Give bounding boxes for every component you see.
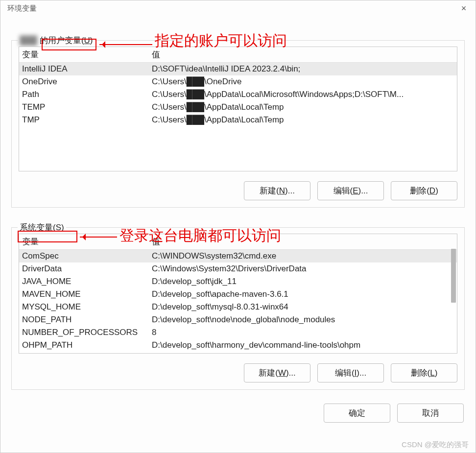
val-cell: D:\develop_soft\apache-maven-3.6.1 [149,288,457,301]
table-row[interactable]: PathC:\Users\███\AppData\Local\Microsoft… [19,88,457,101]
dialog-buttons: 确定 取消 [11,404,465,423]
val-cell: D:\develop_soft\harmony_dev\command-line… [149,339,457,352]
sys-edit-button[interactable]: 编辑(I)... [317,363,384,382]
user-vars-table-wrap: 变量 值 IntelliJ IDEAD:\SOFT\idea\IntelliJ … [19,47,457,171]
val-cell: C:\Windows\System32\Drivers\DriverData [149,262,457,275]
table-row[interactable]: JAVA_HOMED:\develop_soft\jdk_11 [19,275,457,288]
user-col-var[interactable]: 变量 [19,47,149,63]
user-vars-group: ███ 的用户变量(U) 变量 值 IntelliJ IDEAD:\SOFT\i… [11,40,465,208]
close-icon[interactable]: × [457,3,471,14]
table-row[interactable]: MAVEN_HOMED:\develop_soft\apache-maven-3… [19,288,457,301]
window-title: 环境变量 [7,4,37,13]
var-cell: DriverData [19,262,149,275]
sys-col-var[interactable]: 变量 [19,234,149,250]
user-vars-buttons: 新建(N)... 编辑(E)... 删除(D) [19,181,457,200]
var-cell: OneDrive [19,75,149,88]
table-row[interactable]: TMPC:\Users\███\AppData\Local\Temp [19,114,457,126]
user-vars-table[interactable]: 变量 值 IntelliJ IDEAD:\SOFT\idea\IntelliJ … [19,47,457,126]
table-row[interactable]: IntelliJ IDEAD:\SOFT\idea\IntelliJ IDEA … [19,63,457,76]
table-row[interactable]: TEMPC:\Users\███\AppData\Local\Temp [19,101,457,114]
table-row[interactable]: NUMBER_OF_PROCESSORS8 [19,326,457,339]
env-vars-dialog: 环境变量 × ███ 的用户变量(U) 变量 值 IntelliJ IDEAD:… [0,0,476,453]
table-row[interactable]: MYSQL_HOMED:\develop_soft\mysql-8.0.31-w… [19,301,457,313]
var-cell: IntelliJ IDEA [19,63,149,76]
content-area: ███ 的用户变量(U) 变量 值 IntelliJ IDEAD:\SOFT\i… [0,16,476,429]
sys-col-val[interactable]: 值 [149,234,457,250]
sys-delete-button[interactable]: 删除(L) [391,363,457,382]
var-cell: NUMBER_OF_PROCESSORS [19,326,149,339]
var-cell: OHPM_PATH [19,339,149,352]
var-cell: MYSQL_HOME [19,301,149,313]
user-vars-hotkey: U [84,36,90,45]
table-row[interactable]: DriverDataC:\Windows\System32\Drivers\Dr… [19,262,457,275]
blurred-username: ███ [20,36,37,46]
user-vars-label-text: 的用户变量( [40,36,84,45]
table-row[interactable]: OneDriveC:\Users\███\OneDrive [19,75,457,88]
var-cell: MAVEN_HOME [19,288,149,301]
val-cell: C:\Users\███\OneDrive [149,75,457,88]
scrollbar-thumb[interactable] [451,249,456,303]
titlebar: 环境变量 × [0,0,476,16]
var-cell: TEMP [19,101,149,114]
sys-new-button[interactable]: 新建(W)... [244,363,310,382]
val-cell: C:\Users\███\AppData\Local\Microsoft\Win… [149,88,457,101]
val-cell: C:\Users\███\AppData\Local\Temp [149,114,457,126]
val-cell: D:\develop_soft\jdk_11 [149,275,457,288]
cancel-button[interactable]: 取消 [397,404,464,423]
system-vars-table-wrap: 变量 值 ComSpecC:\WINDOWS\system32\cmd.exeD… [19,234,457,354]
user-new-button[interactable]: 新建(N)... [244,181,310,200]
user-delete-button[interactable]: 删除(D) [391,181,457,200]
system-vars-table[interactable]: 变量 值 ComSpecC:\WINDOWS\system32\cmd.exeD… [19,234,457,352]
table-row[interactable]: NODE_PATHD:\develop_soft\node\node_globa… [19,313,457,326]
var-cell: NODE_PATH [19,313,149,326]
val-cell: 8 [149,326,457,339]
var-cell: Path [19,88,149,101]
user-edit-button[interactable]: 编辑(E)... [317,181,384,200]
system-vars-buttons: 新建(W)... 编辑(I)... 删除(L) [19,363,457,382]
var-cell: JAVA_HOME [19,275,149,288]
var-cell: ComSpec [19,250,149,263]
table-row[interactable]: ComSpecC:\WINDOWS\system32\cmd.exe [19,250,457,263]
val-cell: D:\develop_soft\mysql-8.0.31-winx64 [149,301,457,313]
watermark: CSDN @爱吃的强哥 [402,440,469,450]
table-row[interactable]: OHPM_PATHD:\develop_soft\harmony_dev\com… [19,339,457,352]
ok-button[interactable]: 确定 [324,404,390,423]
val-cell: D:\develop_soft\node\node_global\node_mo… [149,313,457,326]
system-vars-hotkey: S [56,223,61,232]
var-cell: TMP [19,114,149,126]
val-cell: C:\Users\███\AppData\Local\Temp [149,101,457,114]
user-vars-label: ███ 的用户变量(U) [18,35,95,46]
user-col-val[interactable]: 值 [149,47,457,63]
system-vars-label: 系统变量(S) [18,222,66,233]
val-cell: D:\SOFT\idea\IntelliJ IDEA 2023.2.4\bin; [149,63,457,76]
system-vars-group: 系统变量(S) 变量 值 ComSpecC:\WINDOWS\system32\… [11,227,465,390]
val-cell: C:\WINDOWS\system32\cmd.exe [149,250,457,263]
